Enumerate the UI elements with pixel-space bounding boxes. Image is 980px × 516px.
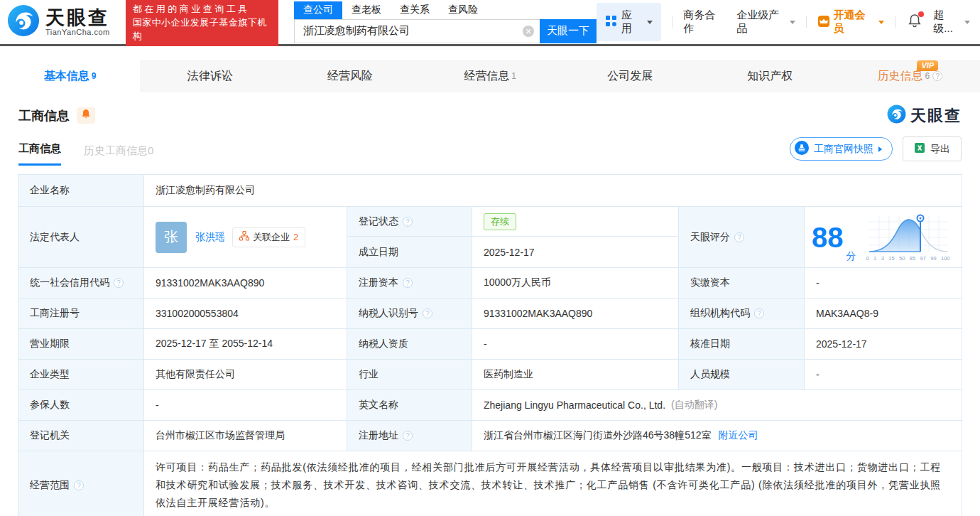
company-type-label: 企业类型 bbox=[18, 360, 144, 390]
score-value: 88 分 bbox=[805, 207, 962, 268]
approval-date-label: 核准日期 bbox=[679, 329, 805, 360]
reg-authority-label: 登记机关 bbox=[18, 421, 144, 451]
org-code-value: MAK3AAQ8-9 bbox=[805, 299, 962, 329]
export-button[interactable]: 导出 bbox=[903, 136, 962, 161]
tab-label: 经营信息 bbox=[464, 69, 509, 84]
search-button[interactable]: 天眼一下 bbox=[540, 19, 597, 43]
search-tab-company[interactable]: 查公司 bbox=[294, 1, 342, 19]
reg-authority-value: 台州市椒江区市场监督管理局 bbox=[144, 421, 347, 451]
legal-rep-name-link[interactable]: 张洪瑶 bbox=[195, 231, 225, 244]
divider bbox=[895, 16, 895, 28]
help-icon[interactable]: ? bbox=[74, 480, 84, 490]
search-tab-boss[interactable]: 查老板 bbox=[342, 1, 391, 19]
help-icon[interactable]: ? bbox=[932, 71, 942, 81]
open-vip-button[interactable]: 开通会员 bbox=[817, 9, 885, 36]
stamp-icon bbox=[795, 141, 809, 157]
search-tab-relation[interactable]: 查关系 bbox=[391, 1, 439, 19]
tab-label: 公司发展 bbox=[607, 69, 653, 84]
help-icon[interactable]: ? bbox=[403, 278, 413, 288]
reg-number-label: 工商注册号 bbox=[18, 299, 144, 329]
clear-search-icon[interactable]: ✕ bbox=[523, 26, 534, 37]
search-input[interactable] bbox=[294, 19, 540, 43]
staff-size-value: - bbox=[805, 360, 962, 390]
tab-operational-risk[interactable]: 经营风险 bbox=[280, 60, 420, 92]
nearby-companies-link[interactable]: 附近公司 bbox=[719, 429, 758, 442]
avatar[interactable]: 张 bbox=[156, 222, 187, 253]
status-badge: 存续 bbox=[484, 213, 516, 230]
company-type-value: 其他有限责任公司 bbox=[144, 360, 347, 390]
paid-capital-value: - bbox=[805, 268, 962, 299]
english-name-value: Zhejiang Lingyu Pharmaceutical Co., Ltd.… bbox=[472, 390, 962, 421]
taxpayer-quality-label: 纳税人资质 bbox=[347, 329, 472, 360]
vip-badge: VIP bbox=[917, 60, 938, 71]
tab-legal-lawsuits[interactable]: 法律诉讼 bbox=[140, 60, 280, 92]
help-icon[interactable]: ? bbox=[734, 232, 744, 242]
business-term-label: 营业期限 bbox=[18, 329, 144, 360]
notification-bell-icon[interactable] bbox=[908, 14, 922, 31]
nav-enterprise-products[interactable]: 企业级产品 bbox=[736, 9, 795, 36]
company-tab-bar: 基本信息9 法律诉讼 经营风险 经营信息1 公司发展 知识产权 历史信息6 ? … bbox=[0, 60, 980, 92]
related-companies-badge[interactable]: 关联企业 2 bbox=[232, 227, 305, 247]
reg-capital-label: 注册资本? bbox=[347, 268, 472, 299]
reg-capital-value: 10000万人民币 bbox=[472, 268, 679, 299]
search-tab-risk[interactable]: 查风险 bbox=[439, 1, 487, 19]
auto-translate-note: (自动翻译) bbox=[671, 399, 717, 412]
grid-icon bbox=[605, 15, 617, 29]
enterprise-label: 企业级产品 bbox=[736, 9, 786, 36]
arrow-right-icon bbox=[878, 146, 882, 152]
staff-size-label: 人员规模 bbox=[679, 360, 805, 390]
logo-domain: TianYanCha.com bbox=[45, 28, 110, 36]
tab-label: 历史信息 bbox=[878, 69, 923, 84]
approval-date-value: 2025-12-17 bbox=[805, 329, 962, 360]
org-code-label: 组织机构代码? bbox=[679, 299, 805, 329]
establish-date-value: 2025-12-17 bbox=[472, 237, 679, 268]
business-registration-table: 企业名称 浙江凌愈制药有限公司 法定代表人 张 张洪瑶 关联企业 2 登记状态?… bbox=[18, 174, 962, 516]
tab-business-info[interactable]: 经营信息1 bbox=[420, 60, 560, 92]
subscribe-bell-icon[interactable] bbox=[77, 107, 95, 124]
help-icon[interactable]: ? bbox=[403, 217, 413, 227]
official-snapshot-button[interactable]: 工商官网快照 bbox=[790, 137, 893, 161]
score-label: 天眼评分? bbox=[679, 207, 805, 268]
tab-count: 6 bbox=[925, 72, 930, 80]
help-icon[interactable]: ? bbox=[403, 431, 413, 441]
logo-name: 天眼查 bbox=[45, 8, 110, 28]
subtab-business-registration[interactable]: 工商信息 bbox=[18, 142, 61, 166]
apps-menu[interactable]: 应用 bbox=[597, 3, 661, 41]
business-scope-value: 许可项目：药品生产；药品批发(依法须经批准的项目，经相关部门批准后方可开展经营活… bbox=[144, 451, 962, 516]
subtab-history-registration[interactable]: 历史工商信息0 bbox=[84, 144, 153, 166]
nav-cooperation[interactable]: 商务合作 bbox=[683, 9, 724, 36]
score-distribution-chart: 0131550859799100 bbox=[866, 213, 950, 262]
tianyancha-logo[interactable]: 天眼查 TianYanCha.com bbox=[7, 4, 110, 40]
establish-date-label: 成立日期 bbox=[347, 237, 472, 268]
excel-icon bbox=[914, 142, 925, 156]
top-header: 天眼查 TianYanCha.com 都在用的商业查询工具 国家中小企业发展子基… bbox=[0, 0, 980, 44]
help-icon[interactable]: ? bbox=[754, 308, 764, 318]
nav-super-vip[interactable]: 超级... bbox=[933, 9, 970, 36]
tab-label: 知识产权 bbox=[747, 69, 793, 84]
reg-status-value: 存续 bbox=[472, 207, 679, 237]
tab-company-development[interactable]: 公司发展 bbox=[560, 60, 700, 92]
export-label: 导出 bbox=[930, 143, 950, 156]
promo-line2: 国家中小企业发展子基金旗下机构 bbox=[133, 16, 271, 43]
paid-capital-label: 实缴资本 bbox=[679, 268, 805, 299]
tab-basic-info[interactable]: 基本信息9 bbox=[0, 60, 140, 92]
section-title: 工商信息 bbox=[18, 107, 70, 124]
help-icon[interactable]: ? bbox=[423, 308, 432, 318]
legal-rep-label: 法定代表人 bbox=[18, 207, 144, 268]
tab-history-info[interactable]: 历史信息6 ? VIP bbox=[840, 60, 980, 92]
company-name-label: 企业名称 bbox=[18, 175, 144, 207]
search-area: 查公司 查老板 查关系 查风险 ✕ 天眼一下 bbox=[294, 1, 597, 43]
industry-label: 行业 bbox=[347, 360, 472, 390]
score-number: 88 bbox=[812, 223, 844, 252]
business-scope-label: 经营范围? bbox=[18, 451, 144, 516]
tab-count: 1 bbox=[511, 72, 516, 80]
reg-address-value: 浙江省台州市椒江区海门街道外沙路46号38幢512室 附近公司 bbox=[472, 421, 962, 451]
tab-intellectual-property[interactable]: 知识产权 bbox=[700, 60, 840, 92]
tianyancha-swirl-icon bbox=[887, 104, 906, 127]
apps-label: 应用 bbox=[621, 9, 640, 36]
english-name-label: 英文名称 bbox=[347, 390, 472, 421]
vip-label: 开通会员 bbox=[834, 9, 873, 36]
network-icon bbox=[239, 231, 249, 243]
insured-count-value: - bbox=[144, 390, 347, 421]
help-icon[interactable]: ? bbox=[114, 278, 124, 288]
